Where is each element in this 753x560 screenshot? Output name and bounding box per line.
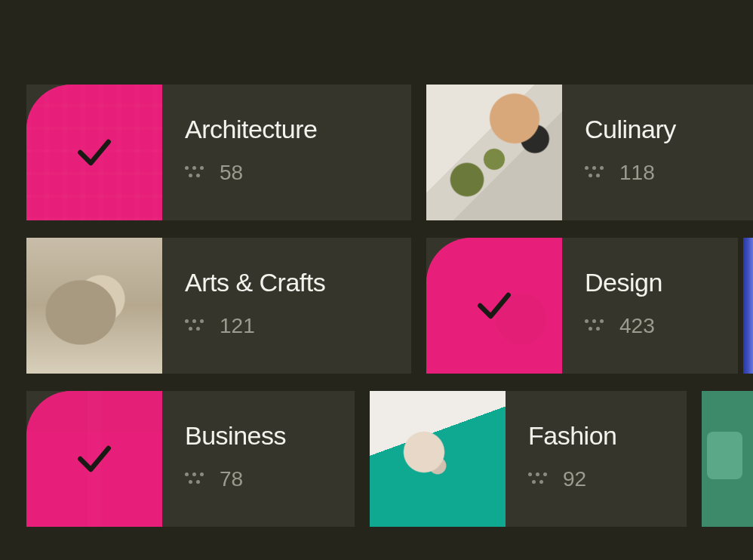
category-info: Arts & Crafts 121 bbox=[162, 238, 348, 374]
category-title: Arts & Crafts bbox=[185, 268, 325, 297]
category-count-row: 423 bbox=[585, 314, 662, 338]
category-count-row: 121 bbox=[185, 314, 325, 338]
category-card-business[interactable]: Business 78 bbox=[26, 391, 355, 527]
category-thumb bbox=[702, 391, 753, 527]
check-icon bbox=[473, 285, 515, 327]
category-thumb bbox=[426, 238, 562, 374]
category-info: Culinary 118 bbox=[562, 85, 699, 220]
category-count: 92 bbox=[563, 467, 586, 491]
dots-icon bbox=[185, 319, 204, 333]
category-card-design[interactable]: Design 423 bbox=[426, 238, 738, 374]
category-count-row: 58 bbox=[185, 161, 317, 185]
category-count-row: 78 bbox=[185, 467, 286, 491]
category-thumb bbox=[370, 391, 506, 527]
category-info: Architecture 58 bbox=[162, 85, 340, 220]
category-thumb bbox=[26, 85, 162, 220]
category-thumb bbox=[26, 238, 162, 374]
dots-icon bbox=[185, 472, 204, 486]
check-icon bbox=[73, 438, 115, 480]
category-count: 118 bbox=[619, 161, 655, 185]
dots-icon bbox=[185, 166, 204, 180]
category-info: Design 423 bbox=[562, 238, 685, 374]
category-title: Fashion bbox=[528, 421, 616, 451]
category-count: 423 bbox=[619, 314, 655, 338]
category-card-culinary[interactable]: Culinary 118 bbox=[426, 85, 753, 220]
category-card-architecture[interactable]: Architecture 58 bbox=[26, 85, 411, 220]
dots-icon bbox=[585, 166, 604, 180]
category-info: Fashion 92 bbox=[506, 391, 639, 527]
category-title: Architecture bbox=[185, 115, 317, 144]
category-card-fashion[interactable]: Fashion 92 bbox=[370, 391, 687, 527]
category-thumb bbox=[743, 238, 753, 374]
category-title: Design bbox=[585, 268, 662, 297]
category-count: 121 bbox=[220, 314, 255, 338]
dots-icon bbox=[528, 472, 548, 486]
category-count-row: 118 bbox=[585, 161, 676, 185]
dots-icon bbox=[585, 319, 604, 333]
category-card-arts-crafts[interactable]: Arts & Crafts 121 bbox=[26, 238, 411, 374]
category-card-partial[interactable] bbox=[743, 238, 753, 374]
category-thumb bbox=[26, 391, 162, 527]
category-title: Business bbox=[185, 421, 286, 451]
category-count-row: 92 bbox=[528, 467, 616, 491]
category-count: 78 bbox=[220, 467, 243, 491]
category-count: 58 bbox=[220, 161, 243, 185]
category-thumb bbox=[426, 85, 562, 220]
category-title: Culinary bbox=[585, 115, 676, 144]
category-info: Business 78 bbox=[162, 391, 309, 527]
category-card-partial[interactable] bbox=[702, 391, 753, 527]
check-icon bbox=[73, 131, 115, 174]
